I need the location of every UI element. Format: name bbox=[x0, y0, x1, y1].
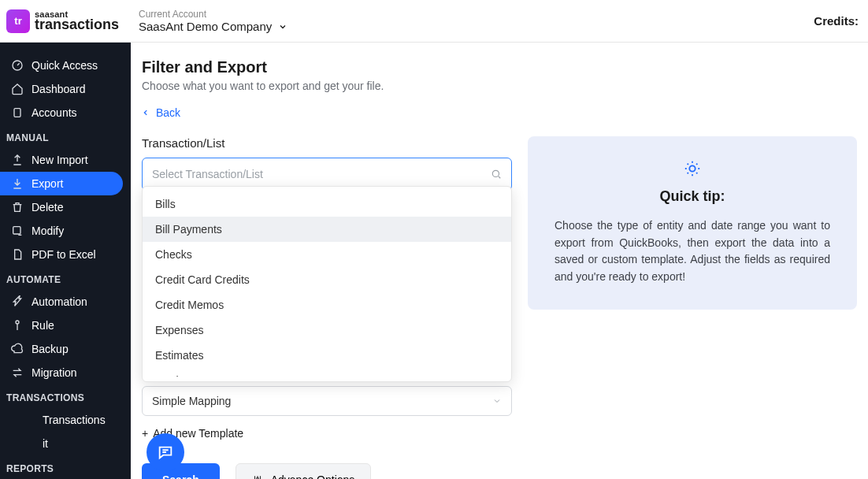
dropdown-option[interactable]: Checks bbox=[143, 242, 511, 267]
logo-brand-bot: transactions bbox=[35, 17, 119, 32]
svg-point-3 bbox=[16, 321, 19, 324]
account-name: SaasAnt Demo Company bbox=[139, 20, 272, 33]
credits-label: Credits: bbox=[814, 14, 859, 28]
advance-options-label: Advance Options bbox=[271, 473, 355, 479]
sidebar-item-rule[interactable]: Rule bbox=[0, 314, 131, 337]
sidebar-item-label: Transactions bbox=[43, 414, 106, 426]
sidebar: Quick Access Dashboard Accounts MANUAL N… bbox=[0, 43, 131, 479]
dropdown-option[interactable]: Bill Payments bbox=[143, 217, 511, 242]
page-subtitle: Choose what you want to export and get y… bbox=[142, 80, 857, 92]
page-title: Filter and Export bbox=[142, 58, 857, 76]
sidebar-item-edit[interactable]: it bbox=[0, 432, 131, 455]
sidebar-item-label: Delete bbox=[32, 201, 63, 214]
sidebar-item-automation[interactable]: Automation bbox=[0, 290, 131, 314]
svg-point-4 bbox=[492, 170, 499, 176]
sidebar-group-transactions: TRANSACTIONS bbox=[0, 384, 131, 408]
chevron-down-icon bbox=[492, 396, 502, 406]
main-content: Filter and Export Choose what you want t… bbox=[131, 43, 868, 479]
transaction-list-label: Transaction/List bbox=[142, 136, 512, 150]
logo-badge-icon: tr bbox=[6, 9, 30, 33]
sidebar-item-label: Backup bbox=[32, 343, 69, 355]
logo[interactable]: tr saasant transactions bbox=[0, 9, 131, 33]
mapping-value: Simple Mapping bbox=[152, 395, 231, 407]
transaction-list-dropdown: BillsBill PaymentsChecksCredit Card Cred… bbox=[142, 186, 512, 382]
app-header: tr saasant transactions Current Account … bbox=[0, 0, 868, 43]
search-icon bbox=[491, 169, 502, 180]
sidebar-item-label: Modify bbox=[32, 225, 64, 237]
sidebar-group-automate: AUTOMATE bbox=[0, 266, 131, 290]
bolt-icon bbox=[11, 295, 24, 308]
svg-rect-1 bbox=[14, 109, 20, 117]
chat-fab[interactable] bbox=[147, 433, 184, 471]
chat-icon bbox=[157, 444, 174, 461]
back-link[interactable]: Back bbox=[142, 106, 857, 119]
add-template-link[interactable]: + Add new Template bbox=[142, 427, 512, 440]
mapping-select[interactable]: Simple Mapping bbox=[142, 386, 512, 416]
sidebar-item-accounts[interactable]: Accounts bbox=[0, 101, 131, 124]
dropdown-scroll[interactable]: BillsBill PaymentsChecksCredit Card Cred… bbox=[143, 191, 511, 377]
sidebar-item-label: Rule bbox=[32, 319, 54, 332]
dropdown-option[interactable]: Expenses bbox=[143, 317, 511, 343]
account-switcher[interactable]: Current Account SaasAnt Demo Company bbox=[139, 9, 287, 33]
quick-tip-text: Choose the type of entity and date range… bbox=[555, 217, 830, 286]
svg-point-8 bbox=[689, 165, 695, 171]
sidebar-item-label: Export bbox=[32, 177, 63, 190]
sidebar-item-dashboard[interactable]: Dashboard bbox=[0, 77, 131, 101]
sidebar-item-label: PDF to Excel bbox=[32, 248, 96, 261]
upload-icon bbox=[11, 154, 24, 166]
sidebar-group-reports: REPORTS bbox=[0, 455, 131, 479]
file-icon bbox=[11, 248, 24, 261]
sidebar-item-delete[interactable]: Delete bbox=[0, 195, 131, 219]
sidebar-item-label: it bbox=[43, 437, 48, 450]
quick-tip-title: Quick tip: bbox=[555, 188, 830, 205]
swap-icon bbox=[11, 366, 24, 379]
sidebar-item-label: New Import bbox=[32, 154, 88, 166]
sidebar-item-label: Automation bbox=[32, 295, 87, 308]
sidebar-item-transactions[interactable]: Transactions bbox=[0, 408, 131, 432]
sidebar-item-pdf-to-excel[interactable]: PDF to Excel bbox=[0, 243, 131, 266]
sidebar-item-modify[interactable]: Modify bbox=[0, 219, 131, 243]
dropdown-option[interactable]: Bills bbox=[143, 191, 511, 217]
edit-icon bbox=[11, 225, 24, 237]
sidebar-item-label: Accounts bbox=[32, 106, 77, 119]
plus-icon: + bbox=[142, 427, 148, 440]
rule-icon bbox=[11, 319, 24, 332]
back-label: Back bbox=[156, 106, 180, 119]
sidebar-item-quick-access[interactable]: Quick Access bbox=[0, 54, 131, 77]
chevron-down-icon bbox=[278, 22, 287, 32]
sidebar-item-label: Quick Access bbox=[32, 59, 98, 72]
cloud-icon bbox=[11, 343, 24, 355]
quick-tip-card: Quick tip: Choose the type of entity and… bbox=[528, 136, 857, 310]
sidebar-item-backup[interactable]: Backup bbox=[0, 337, 131, 361]
transaction-list-input[interactable] bbox=[152, 168, 491, 180]
dropdown-option[interactable]: Credit Memos bbox=[143, 292, 511, 317]
chevron-left-icon bbox=[142, 109, 150, 117]
clipboard-icon bbox=[11, 106, 24, 119]
trash-icon bbox=[11, 201, 24, 214]
sidebar-item-new-import[interactable]: New Import bbox=[0, 148, 131, 172]
dropdown-option[interactable]: Invoice bbox=[143, 368, 511, 377]
sidebar-item-label: Dashboard bbox=[32, 83, 86, 95]
dropdown-option[interactable]: Estimates bbox=[143, 343, 511, 368]
sidebar-group-manual: MANUAL bbox=[0, 124, 131, 148]
dropdown-option[interactable]: Credit Card Credits bbox=[143, 267, 511, 292]
download-icon bbox=[11, 177, 24, 190]
lightbulb-icon bbox=[555, 160, 830, 177]
advance-options-button[interactable]: Advance Options bbox=[236, 463, 372, 479]
home-icon bbox=[11, 83, 24, 95]
sidebar-item-label: Migration bbox=[32, 366, 77, 379]
logo-text: saasant transactions bbox=[35, 10, 119, 32]
svg-rect-2 bbox=[13, 227, 20, 234]
account-label: Current Account bbox=[139, 9, 287, 20]
sidebar-item-migration[interactable]: Migration bbox=[0, 361, 131, 384]
sidebar-item-export[interactable]: Export bbox=[0, 172, 123, 195]
gauge-icon bbox=[11, 59, 24, 72]
sliders-icon bbox=[252, 474, 263, 479]
